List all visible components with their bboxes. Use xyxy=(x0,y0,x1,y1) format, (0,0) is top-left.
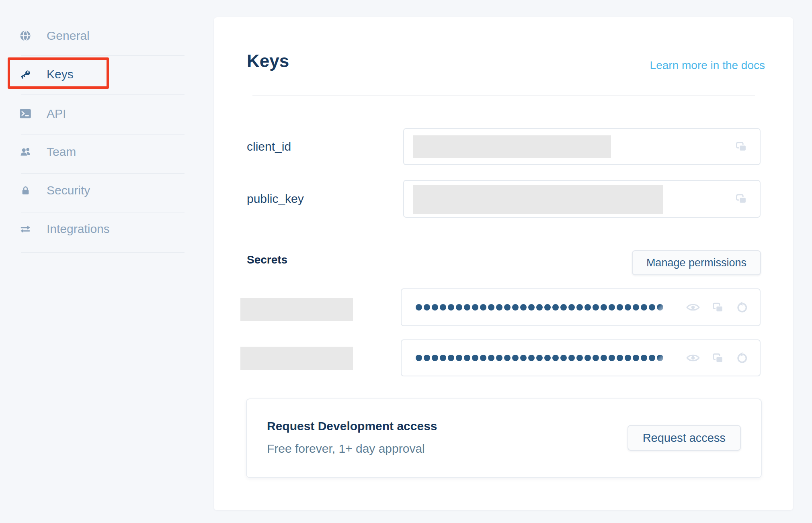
sidebar-item-label: Integrations xyxy=(47,222,110,236)
client-id-value-box[interactable] xyxy=(403,128,761,165)
manage-permissions-button[interactable]: Manage permissions xyxy=(632,250,761,275)
terminal-icon xyxy=(19,108,31,120)
masked-secret-dots xyxy=(416,289,663,325)
sidebar-item-label: General xyxy=(47,29,90,43)
secret-value-box[interactable] xyxy=(401,339,761,376)
copy-icon[interactable] xyxy=(712,352,724,364)
secret-name-redacted xyxy=(240,347,353,370)
development-access-card: Request Development access Free forever,… xyxy=(246,398,762,478)
client-id-redacted-value xyxy=(413,135,611,158)
promo-title: Request Development access xyxy=(267,419,437,433)
masked-secret-dots xyxy=(416,340,663,376)
secret-name-redacted xyxy=(240,298,353,321)
settings-page: General Keys xyxy=(0,0,812,523)
sidebar-item-integrations[interactable]: Integrations xyxy=(19,218,110,240)
sidebar-divider xyxy=(21,94,185,95)
sidebar-item-api[interactable]: API xyxy=(19,103,66,125)
eye-icon[interactable] xyxy=(686,302,700,313)
request-access-button[interactable]: Request access xyxy=(627,425,741,451)
sidebar-divider xyxy=(21,55,185,56)
sidebar-divider xyxy=(21,212,185,213)
sidebar-item-general[interactable]: General xyxy=(19,25,90,47)
red-highlight-box xyxy=(8,57,109,89)
eye-icon[interactable] xyxy=(686,353,700,363)
sidebar-item-label: Security xyxy=(47,184,90,197)
team-icon xyxy=(19,146,31,158)
keys-panel: Keys Learn more in the docs client_id pu… xyxy=(214,17,793,510)
promo-subtitle: Free forever, 1+ day approval xyxy=(267,442,425,456)
sidebar-divider xyxy=(21,252,185,253)
header-divider xyxy=(252,95,755,96)
transfer-arrows-icon xyxy=(19,223,31,235)
copy-icon[interactable] xyxy=(735,141,748,153)
globe-icon xyxy=(19,30,31,42)
reset-icon[interactable] xyxy=(736,301,748,314)
public-key-label: public_key xyxy=(247,192,304,206)
lock-icon xyxy=(19,184,31,196)
copy-icon[interactable] xyxy=(712,302,724,313)
public-key-redacted-value xyxy=(413,185,663,214)
secret-actions xyxy=(686,340,748,376)
sidebar-item-label: Team xyxy=(47,145,76,159)
docs-link[interactable]: Learn more in the docs xyxy=(650,59,765,72)
sidebar-item-label: API xyxy=(47,107,66,121)
secret-value-box[interactable] xyxy=(401,288,761,326)
sidebar-divider xyxy=(21,173,185,174)
sidebar-divider xyxy=(21,134,185,135)
secret-actions xyxy=(686,289,748,325)
page-title: Keys xyxy=(247,51,289,71)
client-id-label: client_id xyxy=(247,140,291,153)
copy-icon[interactable] xyxy=(735,193,748,205)
sidebar-item-team[interactable]: Team xyxy=(19,141,76,163)
public-key-value-box[interactable] xyxy=(403,180,761,218)
sidebar-item-security[interactable]: Security xyxy=(19,180,90,201)
secrets-heading: Secrets xyxy=(247,253,287,266)
reset-icon[interactable] xyxy=(736,351,748,364)
